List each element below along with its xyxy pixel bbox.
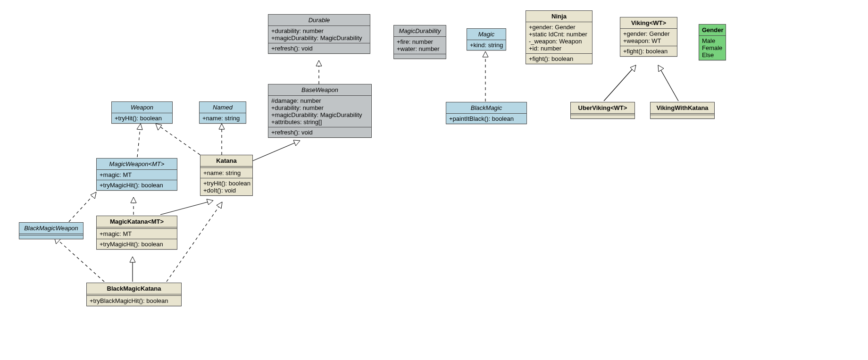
class-attributes: #damage: number +durability: number +mag… <box>268 96 371 127</box>
class-title: MagicWeapon<MT> <box>97 159 177 170</box>
class-title: Gender <box>699 25 726 36</box>
uml-diagram-canvas: Durable +durability: number +magicDurabi… <box>0 0 868 360</box>
svg-marker-1 <box>483 51 488 57</box>
svg-marker-4 <box>137 124 142 130</box>
class-title: VikingWithKatana <box>651 102 714 114</box>
class-blackmagic: BlackMagic +paintItBlack(): boolean <box>446 102 527 124</box>
class-attributes: +paintItBlack(): boolean <box>446 114 526 124</box>
class-title: BlackMagicKatana <box>87 283 181 294</box>
class-methods <box>394 54 446 59</box>
class-blackmagicweapon: BlackMagicWeapon <box>19 222 83 239</box>
class-attributes: +durability: number +magicDurability: Ma… <box>268 26 370 43</box>
class-viking: Viking<WT> +gender: Gender +weapon: WT +… <box>620 17 677 57</box>
class-blackmagickatana: BlackMagicKatana +tryBlackMagicHit(): bo… <box>86 283 182 306</box>
class-attributes: +gender: Gender +weapon: WT <box>620 29 677 46</box>
svg-marker-10 <box>91 192 96 199</box>
class-attributes: +fire: number +water: number <box>394 37 446 54</box>
class-attributes: +gender: Gender +static IdCnt: number -_… <box>526 22 592 54</box>
class-magickatana: MagicKatana<MT> +magic: MT +tryMagicHit(… <box>96 216 177 250</box>
class-title: MagicDurability <box>394 25 446 37</box>
svg-marker-13 <box>217 202 222 209</box>
class-title: Weapon <box>112 102 172 113</box>
class-attributes: +name: string <box>200 168 252 178</box>
class-methods: +fight(): boolean <box>526 54 592 64</box>
class-uberviking: UberViking<WT> <box>570 102 635 119</box>
class-methods: +fight(): boolean <box>620 46 677 56</box>
class-title: Ninja <box>526 11 592 22</box>
class-magic: Magic +kind: string <box>467 28 506 50</box>
class-methods: +tryMagicHit(): boolean <box>97 239 177 249</box>
class-title: Magic <box>467 29 506 40</box>
svg-marker-0 <box>316 60 322 66</box>
class-title: BaseWeapon <box>268 84 371 96</box>
class-title: BlackMagic <box>446 102 526 114</box>
class-title: MagicKatana<MT> <box>97 216 177 227</box>
class-title: Viking<WT> <box>620 17 677 29</box>
svg-marker-11 <box>130 257 135 262</box>
class-attributes: +tryHit(): boolean <box>112 113 172 123</box>
class-weapon: Weapon +tryHit(): boolean <box>111 101 173 124</box>
class-ninja: Ninja +gender: Gender +static IdCnt: num… <box>526 10 593 64</box>
class-title: Katana <box>200 155 252 167</box>
svg-marker-6 <box>219 124 225 129</box>
class-attributes: +name: string <box>200 113 246 123</box>
class-durable: Durable +durability: number +magicDurabi… <box>268 14 370 54</box>
class-baseweapon: BaseWeapon #damage: number +durability: … <box>268 84 372 138</box>
class-methods: +refresh(): void <box>268 127 371 137</box>
class-title: Durable <box>268 15 370 26</box>
class-methods: +tryHit(): boolean +doIt(): void <box>200 178 252 195</box>
class-attributes: +magic: MT <box>97 170 177 180</box>
class-named: Named +name: string <box>199 101 246 124</box>
class-attributes: +kind: string <box>467 40 506 50</box>
class-magicdurability: MagicDurability +fire: number +water: nu… <box>393 25 446 59</box>
svg-marker-8 <box>131 197 136 203</box>
class-magicweapon: MagicWeapon<MT> +magic: MT +tryMagicHit(… <box>96 158 177 191</box>
class-title: UberViking<WT> <box>571 102 634 114</box>
svg-marker-3 <box>658 65 664 72</box>
class-attributes: +magic: MT <box>97 229 177 239</box>
svg-marker-2 <box>630 65 636 72</box>
class-methods: +refresh(): void <box>268 43 370 53</box>
class-title: BlackMagicWeapon <box>19 223 83 234</box>
class-vikingwithkatana: VikingWithKatana <box>650 102 715 119</box>
class-attributes: +tryBlackMagicHit(): boolean <box>87 296 181 306</box>
class-katana: Katana +name: string +tryHit(): boolean … <box>200 155 253 196</box>
svg-marker-5 <box>156 124 162 130</box>
class-title: Named <box>200 102 246 113</box>
class-gender: Gender Male Female Else <box>699 24 726 60</box>
svg-marker-9 <box>207 199 213 205</box>
class-methods: +tryMagicHit(): boolean <box>97 180 177 190</box>
class-attributes: Male Female Else <box>699 36 726 60</box>
svg-marker-7 <box>293 140 300 146</box>
